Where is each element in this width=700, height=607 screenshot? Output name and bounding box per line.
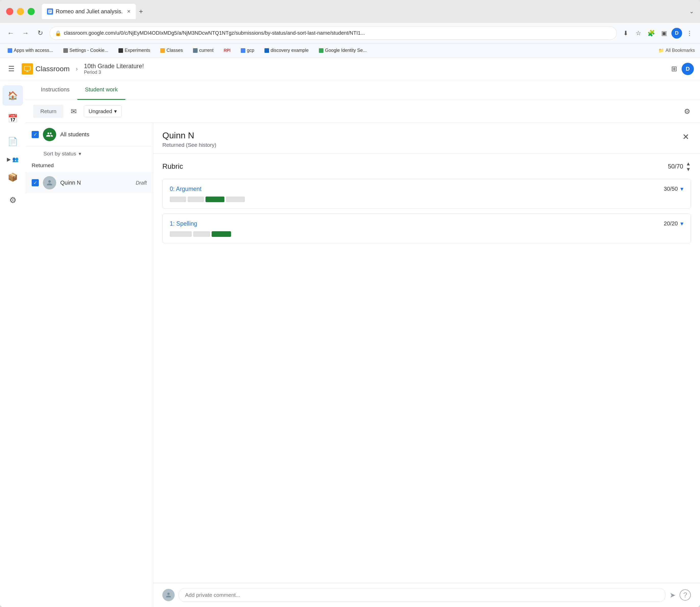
- comment-area: ➤ ?: [153, 583, 700, 607]
- email-btn[interactable]: ✉: [69, 105, 79, 118]
- bookmark-favicon: [241, 48, 245, 53]
- return-btn[interactable]: Return: [33, 105, 64, 118]
- score-up-btn[interactable]: ▲: [686, 161, 691, 166]
- score-arrows: ▲ ▼: [686, 161, 691, 172]
- bookmark-google-id[interactable]: Google Identity Se...: [316, 47, 369, 54]
- rubric-item-header: 1: Spelling 20/20 ▾: [170, 220, 683, 227]
- bookmark-settings[interactable]: Settings - Cookie...: [61, 47, 111, 54]
- user-avatar-btn[interactable]: D: [682, 63, 694, 75]
- spelling-score-value: 20/20: [664, 220, 678, 227]
- download-btn[interactable]: ⬇: [620, 28, 631, 39]
- bookmark-favicon: [160, 48, 165, 53]
- rubric-item-name: 1: Spelling: [170, 220, 197, 227]
- classroom-logo-icon: [22, 63, 33, 75]
- hamburger-btn[interactable]: ☰: [6, 63, 17, 75]
- detail-close-btn[interactable]: ✕: [681, 130, 691, 143]
- grade-dropdown[interactable]: Ungraded ▾: [84, 105, 122, 117]
- bookmark-classes[interactable]: Classes: [158, 47, 185, 54]
- minimize-window-btn[interactable]: [17, 8, 24, 15]
- app-logo[interactable]: Classroom: [22, 63, 70, 75]
- extensions-btn[interactable]: 🧩: [646, 28, 657, 39]
- sidebar-item-people[interactable]: ▶ 👥: [4, 154, 22, 164]
- lock-icon: 🔒: [55, 30, 61, 36]
- tab-bar: Romeo and Juliet analysis. ✕ +: [42, 4, 686, 19]
- bookmark-label: gcp: [247, 48, 254, 53]
- app-logo-text: Classroom: [36, 65, 70, 73]
- address-bar[interactable]: 🔒 classroom.google.com/u/0/c/NjEyMDI4ODI…: [49, 26, 617, 40]
- content-toolbar: Return ✉ Ungraded ▾ ⚙: [25, 100, 700, 123]
- bookmark-gcp[interactable]: gcp: [238, 47, 257, 54]
- all-students-avatar: [43, 128, 56, 141]
- nav-actions: ⬇ ☆ 🧩 ▣ D ⋮: [620, 28, 695, 39]
- detail-student-info: Quinn N Returned (See history): [162, 130, 216, 148]
- tab-instructions[interactable]: Instructions: [33, 80, 77, 100]
- all-bookmarks-label: All Bookmarks: [665, 48, 695, 53]
- close-window-btn[interactable]: [6, 8, 13, 15]
- bar-segment: [226, 196, 245, 202]
- all-bookmarks[interactable]: 📁 All Bookmarks: [658, 48, 695, 53]
- home-icon: 🏠: [8, 91, 18, 100]
- course-period: Period 3: [84, 70, 144, 75]
- sidebar-item-assignments[interactable]: 📄: [3, 131, 23, 152]
- maximize-window-btn[interactable]: [27, 8, 35, 15]
- student-checkbox[interactable]: ✓: [32, 179, 39, 186]
- rubric-expand-btn[interactable]: ▾: [680, 185, 683, 192]
- sidebar-item-archive[interactable]: 📦: [3, 167, 23, 187]
- bookmark-rpi[interactable]: RPI: [221, 47, 233, 54]
- google-apps-btn[interactable]: ⊞: [669, 63, 679, 75]
- score-down-btn[interactable]: ▼: [686, 167, 691, 172]
- sidebar-item-settings[interactable]: ⚙: [3, 190, 23, 210]
- course-title: 10th Grade Literature!: [84, 63, 144, 70]
- bookmark-experiments[interactable]: Experiments: [116, 47, 153, 54]
- sort-label[interactable]: Sort by status: [43, 151, 76, 157]
- help-btn[interactable]: ?: [680, 589, 691, 601]
- refresh-btn[interactable]: ↻: [35, 27, 46, 39]
- bookmark-rpi-label: RPI: [224, 48, 230, 53]
- send-comment-btn[interactable]: ➤: [670, 591, 676, 599]
- bookmark-favicon: [319, 48, 324, 53]
- bar-segment-filled: [206, 196, 224, 202]
- sidebar-btn[interactable]: ▣: [659, 28, 670, 39]
- header-actions: ⊞ D: [669, 63, 694, 75]
- comment-input[interactable]: [179, 588, 665, 602]
- detail-student-status: Returned (See history): [162, 142, 216, 148]
- tab-student-work[interactable]: Student work: [77, 80, 125, 100]
- bookmark-apps[interactable]: Apps with access...: [5, 47, 56, 54]
- bookmark-current[interactable]: current: [190, 47, 216, 54]
- sidebar-item-home[interactable]: 🏠: [3, 85, 23, 106]
- rubric-expand-btn[interactable]: ▾: [680, 220, 683, 227]
- menu-btn[interactable]: ⋮: [684, 28, 695, 39]
- bookmark-label: Experiments: [125, 48, 150, 53]
- bookmark-folder-icon: 📁: [658, 48, 664, 53]
- rubric-section: Rubric 50/70 ▲ ▼: [153, 153, 700, 583]
- profile-btn[interactable]: D: [672, 28, 682, 39]
- settings-gear-btn[interactable]: ⚙: [682, 105, 692, 118]
- student-name: Quinn N: [60, 180, 132, 186]
- sort-arrow-icon[interactable]: ▾: [79, 151, 81, 157]
- all-students-checkbox[interactable]: ✓: [32, 131, 39, 138]
- bar-segment: [188, 196, 204, 202]
- bar-segment: [170, 196, 186, 202]
- tab-favicon: [47, 8, 53, 15]
- bookmark-btn[interactable]: ☆: [633, 28, 644, 39]
- sort-row: Sort by status ▾: [25, 147, 153, 159]
- bookmark-label: Apps with access...: [14, 48, 53, 53]
- checkbox-check-icon: ✓: [34, 180, 37, 186]
- main-content: Instructions Student work Return ✉ Ungra…: [25, 80, 700, 607]
- bookmark-favicon: [265, 48, 269, 53]
- table-row[interactable]: ✓ Quinn N Draft: [25, 172, 153, 193]
- active-tab[interactable]: Romeo and Juliet analysis. ✕: [42, 4, 136, 19]
- settings-icon: ⚙: [9, 195, 17, 205]
- browser-window: Romeo and Juliet analysis. ✕ + ⌄ ← → ↻ 🔒…: [0, 0, 700, 607]
- forward-btn[interactable]: →: [20, 27, 31, 39]
- app-container: ☰ Classroom › 10th Grade Literature! Per…: [0, 58, 700, 607]
- assignments-icon: 📄: [8, 137, 18, 146]
- rubric-item-name: 0: Argument: [170, 186, 201, 192]
- tab-close-btn[interactable]: ✕: [127, 9, 131, 14]
- back-btn[interactable]: ←: [5, 27, 16, 39]
- bookmark-discovery[interactable]: discovery example: [262, 47, 311, 54]
- status-section-header: Returned: [25, 159, 153, 172]
- sidebar-item-calendar[interactable]: 📅: [3, 108, 23, 129]
- new-tab-btn[interactable]: +: [137, 5, 145, 18]
- bookmark-label: discovery example: [271, 48, 309, 53]
